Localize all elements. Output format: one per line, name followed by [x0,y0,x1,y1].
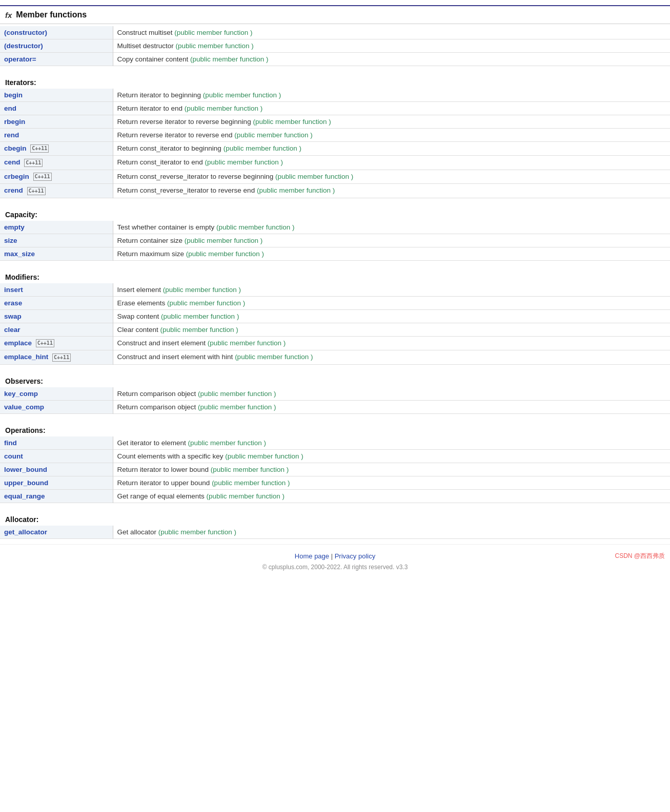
func-name-3-0[interactable]: insert [0,283,113,297]
group-table-5: findGet iterator to element (public memb… [0,436,670,503]
func-name-6-0[interactable]: get_allocator [0,526,113,539]
func-name-3-5[interactable]: emplace_hint C++11 [0,350,113,364]
func-link-2-0[interactable]: empty [4,223,25,231]
privacy-policy-link[interactable]: Privacy policy [335,552,375,560]
func-name-5-2[interactable]: lower_bound [0,463,113,476]
home-page-link[interactable]: Home page [295,552,329,560]
func-desc-0-2: Copy container content (public member fu… [113,53,670,66]
func-name-1-1[interactable]: end [0,102,113,115]
public-tag: (public member function ) [186,250,264,258]
func-name-5-0[interactable]: find [0,436,113,450]
section-title: Member functions [16,10,87,19]
footer-links: Home page | Privacy policy [295,552,375,560]
func-link-0-1[interactable]: (destructor) [4,42,43,50]
func-name-0-0[interactable]: (constructor) [0,26,113,39]
table-row: rbeginReturn reverse iterator to reverse… [0,115,670,129]
func-link-1-6[interactable]: crbegin [4,173,29,180]
func-link-5-2[interactable]: lower_bound [4,466,47,473]
public-tag: (public member function ) [158,528,236,536]
func-desc-1-5: Return const_iterator to end (public mem… [113,156,670,170]
func-link-0-0[interactable]: (constructor) [4,29,47,36]
func-desc-1-1: Return iterator to end (public member fu… [113,102,670,115]
func-link-3-4[interactable]: emplace [4,339,32,347]
table-row: beginReturn iterator to beginning (publi… [0,89,670,102]
table-row: emplace C++11Construct and insert elemen… [0,336,670,350]
func-name-2-1[interactable]: size [0,234,113,247]
func-link-1-5[interactable]: cend [4,158,21,166]
func-link-4-1[interactable]: value_comp [4,403,44,411]
func-name-3-1[interactable]: erase [0,296,113,309]
func-link-5-4[interactable]: equal_range [4,492,45,500]
func-name-5-4[interactable]: equal_range [0,489,113,503]
func-link-1-1[interactable]: end [4,105,16,112]
public-tag: (public member function ) [190,55,268,63]
func-name-1-6[interactable]: crbegin C++11 [0,170,113,183]
func-name-0-2[interactable]: operator= [0,53,113,66]
func-link-5-3[interactable]: upper_bound [4,479,48,487]
func-name-4-1[interactable]: value_comp [0,400,113,413]
func-desc-1-0: Return iterator to beginning (public mem… [113,89,670,102]
func-name-4-0[interactable]: key_comp [0,387,113,401]
func-link-2-1[interactable]: size [4,237,17,244]
func-link-1-3[interactable]: rend [4,131,19,139]
func-name-2-2[interactable]: max_size [0,247,113,260]
public-tag: (public member function ) [198,403,276,411]
func-link-3-1[interactable]: erase [4,299,22,307]
func-link-3-0[interactable]: insert [4,286,23,294]
public-tag: (public member function ) [234,131,312,139]
func-name-1-4[interactable]: cbegin C++11 [0,142,113,156]
table-row: operator=Copy container content (public … [0,53,670,66]
func-link-3-5[interactable]: emplace_hint [4,353,48,361]
group-label-3: Modifiers: [0,268,670,283]
public-tag: (public member function ) [253,118,331,126]
public-tag: (public member function ) [167,299,245,307]
public-tag: (public member function ) [211,466,289,473]
func-name-3-2[interactable]: swap [0,309,113,323]
func-link-1-2[interactable]: rbegin [4,118,25,126]
section-header: fx Member functions [0,5,670,24]
table-row: upper_boundReturn iterator to upper boun… [0,476,670,489]
table-row: get_allocatorGet allocator (public membe… [0,526,670,539]
group-label-4: Observers: [0,372,670,387]
func-name-3-3[interactable]: clear [0,323,113,336]
func-desc-5-0: Get iterator to element (public member f… [113,436,670,450]
func-link-1-0[interactable]: begin [4,91,23,99]
func-name-3-4[interactable]: emplace C++11 [0,336,113,350]
func-name-1-3[interactable]: rend [0,129,113,142]
func-name-1-0[interactable]: begin [0,89,113,102]
func-link-5-1[interactable]: count [4,452,23,460]
func-link-2-2[interactable]: max_size [4,250,35,258]
func-name-5-3[interactable]: upper_bound [0,476,113,489]
func-link-0-2[interactable]: operator= [4,55,36,63]
func-desc-3-5: Construct and insert element with hint (… [113,350,670,364]
table-row: clearClear content (public member functi… [0,323,670,336]
csdn-badge: CSDN @西西弗质 [615,552,665,559]
func-link-6-0[interactable]: get_allocator [4,528,47,536]
group-label-6: Allocator: [0,510,670,526]
func-desc-3-1: Erase elements (public member function ) [113,296,670,309]
table-row: emptyTest whether container is empty (pu… [0,221,670,234]
func-link-1-4[interactable]: cbegin [4,144,27,152]
func-link-1-7[interactable]: crend [4,186,23,194]
func-name-1-5[interactable]: cend C++11 [0,156,113,170]
table-row: (constructor)Construct multiset (public … [0,26,670,39]
table-row: countCount elements with a specific key … [0,449,670,463]
public-tag: (public member function ) [161,313,239,320]
func-link-3-3[interactable]: clear [4,326,21,334]
table-row: rendReturn reverse iterator to reverse e… [0,129,670,142]
table-row: eraseErase elements (public member funct… [0,296,670,309]
public-tag: (public member function ) [174,29,252,36]
func-name-2-0[interactable]: empty [0,221,113,234]
func-name-1-2[interactable]: rbegin [0,115,113,129]
func-name-5-1[interactable]: count [0,449,113,463]
public-tag: (public member function ) [208,339,286,347]
func-link-3-2[interactable]: swap [4,313,22,320]
func-name-1-7[interactable]: crend C++11 [0,184,113,198]
group-table-3: insertInsert element (public member func… [0,283,670,365]
func-name-0-1[interactable]: (destructor) [0,39,113,53]
public-tag: (public member function ) [225,452,303,460]
func-link-5-0[interactable]: find [4,439,17,447]
func-desc-5-2: Return iterator to lower bound (public m… [113,463,670,476]
func-link-4-0[interactable]: key_comp [4,390,38,398]
table-row: cend C++11Return const_iterator to end (… [0,156,670,170]
